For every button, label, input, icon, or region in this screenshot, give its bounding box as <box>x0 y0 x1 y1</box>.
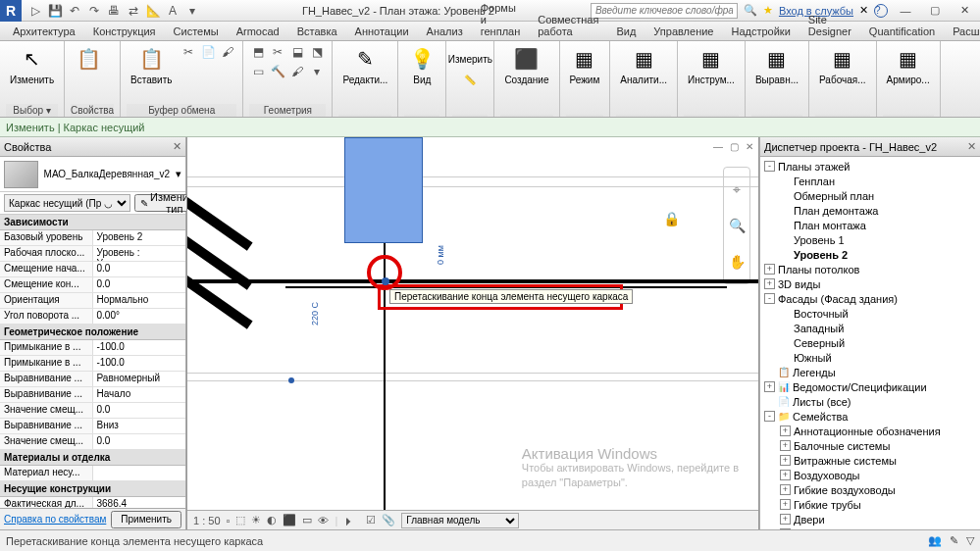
geom-more-icon[interactable]: ▾ <box>308 63 326 80</box>
expand-icon[interactable]: + <box>780 470 791 480</box>
prop-row[interactable]: Смещение кон...0.0 <box>0 277 185 293</box>
expand-icon[interactable]: - <box>764 161 775 172</box>
tab-3[interactable]: Armocad <box>228 22 288 40</box>
tree-node[interactable]: -📁Семейства <box>760 409 980 424</box>
prop-value[interactable]: -100.0 <box>93 356 186 371</box>
tab-1[interactable]: Конструкция <box>84 22 165 40</box>
endpoint-handle[interactable] <box>288 377 294 383</box>
paint-icon[interactable]: 🖌 <box>288 63 306 80</box>
qat-dropdown-icon[interactable]: ▾ <box>184 3 200 19</box>
prop-value[interactable]: Уровень : Уровен... <box>93 246 186 261</box>
tools-button[interactable]: ▦Инструм... <box>684 43 739 87</box>
align-button[interactable]: ▦Выравн... <box>751 43 802 87</box>
model-combo[interactable]: Главная модель <box>401 513 519 528</box>
tree-node[interactable]: +Планы потолков <box>760 262 980 276</box>
selected-element[interactable] <box>344 137 423 243</box>
tab-13[interactable]: Quantification <box>860 22 944 40</box>
prop-row[interactable]: Выравнивание ...Вниз <box>0 419 185 434</box>
expand-icon[interactable]: + <box>764 278 775 289</box>
tree-node[interactable]: -Планы этажей <box>760 159 980 174</box>
drawing-canvas[interactable]: — ▢ ✕ ⌖ 🔍 ✋ 🔒 Перетаскивание конца элеме… <box>186 137 759 529</box>
paste-button[interactable]: 📋Вставить <box>127 43 176 87</box>
measure-button[interactable]: Измерить📏 <box>452 43 488 87</box>
prop-value[interactable]: 0.0 <box>93 403 186 418</box>
prop-value[interactable]: 0.00° <box>93 309 186 324</box>
tab-0[interactable]: Архитектура <box>4 22 84 40</box>
tree-node[interactable]: +Двери <box>760 512 980 526</box>
qat-print-icon[interactable]: 🖶 <box>106 3 122 19</box>
tree-node[interactable]: План монтажа <box>760 218 980 232</box>
type-dropdown-icon[interactable]: ▾ <box>176 168 181 180</box>
prop-row[interactable]: ОриентацияНормально <box>0 293 185 309</box>
match-icon[interactable]: 🖌 <box>219 43 236 61</box>
view-max-icon[interactable]: ▢ <box>727 139 741 153</box>
tree-node[interactable]: +Воздуховоды <box>760 468 980 482</box>
prop-row[interactable]: Выравнивание ...Равномерный <box>0 372 185 387</box>
qat-open-icon[interactable]: ▷ <box>27 3 43 19</box>
tab-7[interactable]: Формы и генплан <box>472 0 530 40</box>
rebar-button[interactable]: ▦Армиро... <box>883 43 934 87</box>
view-close-icon[interactable]: ✕ <box>743 139 756 153</box>
tree-node[interactable]: -Фасады (Фасад здания) <box>760 291 980 306</box>
prop-row[interactable]: Смещение нача...0.0 <box>0 262 185 277</box>
prop-value[interactable]: Нормально <box>93 293 186 308</box>
expand-icon[interactable]: + <box>780 455 791 466</box>
select-links-icon[interactable]: 📎 <box>382 514 395 526</box>
shadow-icon[interactable]: ◐ <box>267 514 277 526</box>
prop-value[interactable]: -100.0 <box>93 340 186 355</box>
visual-style-icon[interactable]: ⬚ <box>235 514 245 526</box>
star-icon[interactable]: ★ <box>763 4 773 17</box>
join-icon[interactable]: ⬓ <box>288 43 306 61</box>
prop-value[interactable]: 0.0 <box>93 277 186 292</box>
drag-handle[interactable] <box>382 277 389 285</box>
tab-2[interactable]: Системы <box>165 22 228 40</box>
exchange-icon[interactable]: ✕ <box>859 4 868 17</box>
expand-icon[interactable]: + <box>780 440 791 451</box>
mode-button[interactable]: ▦Режим <box>566 43 604 87</box>
prop-row[interactable]: Примыкание в ...-100.0 <box>0 356 185 372</box>
copy-icon[interactable]: 📄 <box>199 43 217 61</box>
tree-node[interactable]: Восточный <box>760 306 980 321</box>
search-icon[interactable]: 🔍 <box>744 4 757 17</box>
type-preview[interactable]: МАО_БалкаДеревянная_v2 ▾ <box>0 157 185 192</box>
lock-icon[interactable]: 🔒 <box>663 211 680 226</box>
browser-close-icon[interactable]: ✕ <box>967 140 976 153</box>
prop-category[interactable]: Несущие конструкции <box>0 481 185 497</box>
prop-row[interactable]: Угол поворота ...0.00° <box>0 309 185 325</box>
sb-editable-icon[interactable]: ✎ <box>950 534 958 547</box>
prop-value[interactable]: Равномерный <box>93 372 186 386</box>
prop-row[interactable]: Фактическая дл...3686.4 <box>0 497 185 508</box>
expand-icon[interactable]: + <box>780 514 791 525</box>
tab-5[interactable]: Аннотации <box>346 22 418 40</box>
workplane-button[interactable]: ▦Рабочая... <box>815 43 870 87</box>
tree-node[interactable]: Генплан <box>760 174 980 188</box>
prop-row[interactable]: Значение смещ...0.0 <box>0 434 185 450</box>
pan-icon[interactable]: ✋ <box>729 254 746 270</box>
tab-4[interactable]: Вставка <box>288 22 346 40</box>
tree-node[interactable]: +Витражные системы <box>760 453 980 468</box>
zoom-icon[interactable]: 🔍 <box>729 218 746 233</box>
demolish-icon[interactable]: 🔨 <box>269 63 286 80</box>
tree-node[interactable]: +Балочные системы <box>760 438 980 453</box>
edit-button[interactable]: ✎Редакти... <box>338 43 391 87</box>
prop-value[interactable]: Уровень 2 <box>93 230 186 245</box>
sb-filter-icon[interactable]: ▽ <box>966 534 974 547</box>
prop-value[interactable]: 0.0 <box>93 262 186 276</box>
view-button[interactable]: 💡Вид <box>404 43 439 87</box>
tree-node[interactable]: Уровень 2 <box>760 247 980 262</box>
prop-value[interactable]: 3686.4 <box>93 497 186 508</box>
expand-icon[interactable]: - <box>764 293 775 304</box>
tree-node[interactable]: Западный <box>760 321 980 335</box>
tab-12[interactable]: Site Designer <box>799 10 860 40</box>
prop-value[interactable]: 0.0 <box>93 434 186 449</box>
prop-category[interactable]: Материалы и отделка <box>0 450 185 466</box>
hide-icon[interactable]: 👁 <box>318 515 329 526</box>
help-icon[interactable]: ? <box>874 4 888 18</box>
prop-category[interactable]: Геометрическое положение <box>0 325 185 340</box>
expand-icon[interactable]: + <box>764 381 775 392</box>
tab-14[interactable]: Расширения <box>944 22 980 40</box>
view-min-icon[interactable]: — <box>711 139 725 153</box>
tree-node[interactable]: 📋Легенды <box>760 365 980 379</box>
prop-row[interactable]: Выравнивание ...Начало <box>0 387 185 403</box>
search-input[interactable] <box>591 3 738 19</box>
